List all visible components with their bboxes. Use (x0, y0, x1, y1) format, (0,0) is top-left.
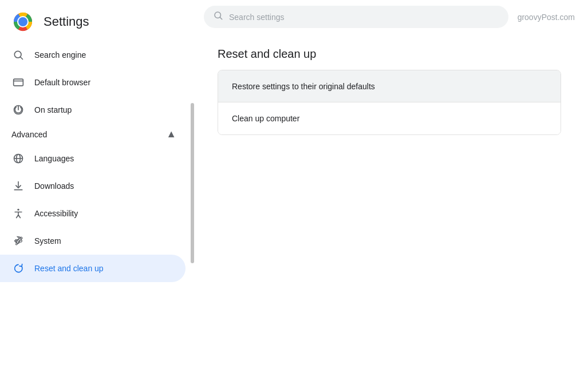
sidebar-item-label: System (34, 236, 176, 246)
sidebar-item-languages[interactable]: Languages (0, 145, 186, 172)
settings-title: Settings (44, 14, 89, 29)
svg-rect-5 (14, 79, 23, 86)
advanced-label: Advanced (11, 130, 47, 139)
sidebar-scrollbar-thumb (191, 103, 194, 263)
search-input[interactable] (229, 13, 499, 22)
restore-settings-label: Restore settings to their original defau… (232, 82, 375, 91)
sidebar-item-on-startup[interactable]: On startup (0, 96, 186, 124)
top-bar: groovyPost.com (195, 0, 584, 34)
sidebar-item-search-engine[interactable]: Search engine (0, 41, 186, 69)
sidebar-item-label: Downloads (34, 181, 176, 191)
restore-settings-item[interactable]: Restore settings to their original defau… (218, 70, 561, 102)
sidebar-item-reset[interactable]: Reset and clean up (0, 255, 186, 282)
sidebar-item-downloads[interactable]: Downloads (0, 172, 186, 200)
languages-icon (11, 152, 25, 165)
sidebar-item-label: Accessibility (34, 209, 176, 218)
svg-point-12 (17, 209, 19, 211)
sidebar-header: Settings (0, 0, 195, 41)
svg-line-4 (21, 57, 23, 60)
chrome-logo (11, 10, 34, 33)
sidebar-scrollbar[interactable] (190, 0, 195, 392)
sidebar: Settings Search engine (0, 0, 195, 392)
sidebar-item-label: On startup (34, 105, 176, 114)
svg-point-2 (18, 17, 27, 26)
sidebar-item-label: Default browser (34, 78, 176, 87)
system-icon (11, 234, 25, 248)
page-section-title: Reset and clean up (218, 47, 561, 61)
reset-icon (11, 262, 25, 275)
sidebar-item-label: Languages (34, 154, 176, 163)
svg-line-15 (220, 17, 222, 19)
site-label: groovyPost.com (508, 13, 575, 22)
sidebar-item-accessibility[interactable]: Accessibility (0, 200, 186, 227)
clean-up-computer-label: Clean up computer (232, 114, 299, 123)
search-engine-icon (11, 48, 25, 62)
settings-list: Restore settings to their original defau… (218, 70, 561, 135)
content-area: Reset and clean up Restore settings to t… (195, 34, 584, 392)
main-content: groovyPost.com Reset and clean up Restor… (195, 0, 584, 392)
advanced-chevron-icon: ▲ (166, 128, 176, 140)
sidebar-item-label: Search engine (34, 50, 176, 60)
sidebar-item-label: Reset and clean up (34, 264, 176, 273)
advanced-section-header[interactable]: Advanced ▲ (0, 124, 186, 145)
on-startup-icon (11, 103, 25, 117)
accessibility-icon (11, 207, 25, 220)
clean-up-computer-item[interactable]: Clean up computer (218, 102, 561, 134)
downloads-icon (11, 179, 25, 193)
sidebar-item-system[interactable]: System (0, 227, 186, 255)
search-box[interactable] (204, 6, 508, 28)
sidebar-item-default-browser[interactable]: Default browser (0, 69, 186, 96)
app-container: Settings Search engine (0, 0, 584, 392)
search-icon (213, 10, 223, 23)
default-browser-icon (11, 76, 25, 89)
sidebar-nav: Search engine Default browser (0, 41, 195, 392)
